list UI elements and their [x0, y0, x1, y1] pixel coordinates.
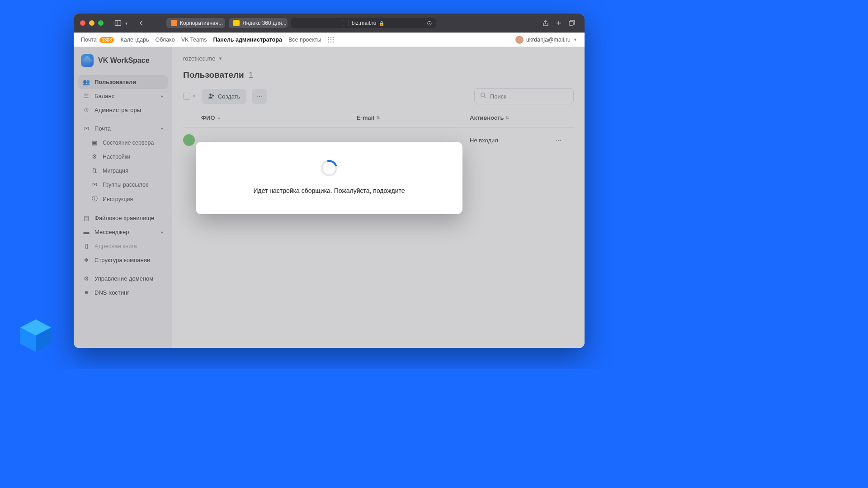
decorative-cube: [15, 314, 56, 355]
sidebar-item-users[interactable]: 👥 Пользователи: [78, 75, 168, 89]
new-tab-icon[interactable]: [556, 19, 562, 27]
sidebar-item-settings[interactable]: ⚙ Настройки: [78, 150, 168, 164]
chevron-right-icon: ▸: [161, 230, 163, 235]
column-fio[interactable]: ФИО ▲: [201, 114, 357, 121]
svg-point-13: [333, 41, 334, 42]
svg-point-8: [328, 39, 330, 40]
user-menu[interactable]: ukrdanja@mail.ru ▼: [515, 36, 577, 44]
close-window-button[interactable]: [80, 20, 85, 26]
gear-icon: ⚙: [91, 153, 98, 160]
nav-calendar[interactable]: Календарь: [120, 37, 149, 43]
domain-name: rozetked.me: [183, 55, 216, 62]
sidebar-item-admins[interactable]: ♔ Администраторы: [78, 103, 168, 117]
tabs-overview-icon[interactable]: [568, 19, 576, 27]
search-icon: [480, 92, 486, 100]
chevron-down-icon: ▾: [161, 126, 163, 131]
search-field[interactable]: [474, 88, 574, 104]
back-button[interactable]: [138, 20, 145, 26]
address-bar[interactable]: biz.mail.ru 🔒 ⊙: [291, 18, 436, 28]
sidebar-item-label: Администраторы: [94, 107, 141, 113]
nav-vkteams[interactable]: VK Teams: [181, 37, 207, 43]
sidebar-item-server-status[interactable]: ▣ Состояние сервера: [78, 136, 168, 150]
search-input[interactable]: [490, 93, 568, 100]
gear-icon: ⚙: [83, 275, 90, 282]
svg-point-17: [481, 93, 485, 97]
row-more-button[interactable]: ⋯: [556, 137, 574, 144]
groups-icon: ✉: [91, 181, 98, 188]
table-row[interactable]: Не входил ⋯: [183, 128, 574, 152]
address-text: biz.mail.ru: [352, 20, 377, 26]
svg-rect-4: [569, 21, 573, 25]
sidebar-item-messenger[interactable]: ▬ Мессенджер ▸: [78, 225, 168, 239]
sidebar-item-label: Файловое хранилище: [94, 215, 154, 221]
toolbar: ▼ Создать ⋯: [183, 88, 574, 104]
sort-icon: ▲: [217, 115, 222, 120]
brand[interactable]: VK WorkSpace: [78, 53, 168, 75]
sidebar-item-structure[interactable]: ❖ Структура компании: [78, 253, 168, 267]
address-more-icon[interactable]: ⊙: [427, 19, 432, 27]
select-all-checkbox[interactable]: [183, 93, 190, 100]
column-label: ФИО: [201, 114, 215, 121]
user-avatar: [515, 36, 524, 44]
sidebar-item-groups[interactable]: ✉ Группы рассылок: [78, 178, 168, 192]
sidebar-item-addressbook[interactable]: ▯ Адресная книга: [78, 239, 168, 253]
svg-point-12: [330, 41, 332, 42]
info-icon: ⓘ: [91, 195, 98, 203]
sidebar-item-balance[interactable]: ☰ Баланс ▸: [78, 89, 168, 103]
column-label: E-mail: [357, 114, 374, 121]
sidebar-item-label: Инструкция: [103, 196, 133, 202]
browser-tab[interactable]: Яндекс 360 для...: [229, 18, 288, 28]
column-activity[interactable]: Активность ⇅: [470, 114, 556, 121]
sidebar-item-label: Мессенджер: [94, 229, 129, 235]
domain-selector[interactable]: rozetked.me ▼: [183, 53, 574, 70]
main-panel: rozetked.me ▼ Пользователи 1 ▼ Создать: [172, 47, 585, 348]
page-title-text: Пользователи: [183, 70, 244, 80]
sidebar-item-label: Структура компании: [94, 257, 150, 263]
apps-grid-icon[interactable]: [328, 37, 334, 43]
chevron-down-icon: ▼: [573, 38, 577, 42]
users-icon: 👥: [83, 79, 90, 85]
sidebar-item-label: Состояние сервера: [103, 140, 154, 146]
user-avatar: [183, 134, 195, 146]
browser-titlebar: ▾ Корпоративная... Яндекс 360 для... biz…: [74, 14, 585, 33]
minimize-window-button[interactable]: [89, 20, 94, 26]
sidebar-toggle-icon[interactable]: [114, 19, 122, 27]
svg-rect-0: [115, 21, 121, 26]
column-email[interactable]: E-mail ⇅: [357, 114, 470, 121]
svg-point-6: [330, 37, 332, 38]
balance-icon: ☰: [83, 93, 90, 99]
tab-favicon: [171, 20, 177, 26]
mail-badge: 1308: [99, 37, 114, 43]
sidebar-item-label: DNS-хостинг: [94, 289, 129, 296]
sidebar-item-mail[interactable]: ✉ Почта ▾: [78, 122, 168, 136]
create-button[interactable]: Создать: [202, 89, 246, 104]
svg-point-11: [328, 41, 330, 42]
sidebar-item-instruction[interactable]: ⓘ Инструкция: [78, 192, 168, 206]
storage-icon: ▤: [83, 215, 90, 221]
users-count: 1: [249, 70, 254, 80]
chevron-down-icon: ▼: [218, 56, 223, 61]
brand-logo: [81, 54, 94, 67]
nav-admin-panel[interactable]: Панель администратора: [213, 37, 282, 43]
share-icon[interactable]: [542, 19, 549, 27]
add-user-icon: [208, 93, 214, 100]
create-label: Создать: [218, 93, 240, 100]
user-email: ukrdanja@mail.ru: [526, 37, 571, 43]
nav-all-projects[interactable]: Все проекты: [288, 37, 321, 43]
chevron-down-icon[interactable]: ▼: [192, 94, 196, 99]
server-icon: ▣: [91, 139, 98, 146]
sidebar-item-dns[interactable]: ≡ DNS-хостинг: [78, 286, 168, 300]
svg-point-5: [328, 37, 330, 38]
activity-cell: Не входил: [470, 137, 556, 144]
migration-icon: ⇅: [91, 167, 98, 174]
maximize-window-button[interactable]: [98, 20, 104, 26]
sidebar-item-migration[interactable]: ⇅ Миграция: [78, 164, 168, 178]
more-actions-button[interactable]: ⋯: [252, 89, 267, 104]
sidebar-item-storage[interactable]: ▤ Файловое хранилище: [78, 211, 168, 225]
nav-cloud[interactable]: Облако: [156, 37, 175, 43]
sidebar-item-domain[interactable]: ⚙ Управление доменом: [78, 272, 168, 286]
browser-tab[interactable]: Корпоративная...: [166, 18, 225, 28]
nav-mail[interactable]: Почта 1308: [81, 37, 114, 43]
chevron-down-icon[interactable]: ▾: [125, 21, 127, 26]
sort-icon: ⇅: [505, 115, 509, 120]
